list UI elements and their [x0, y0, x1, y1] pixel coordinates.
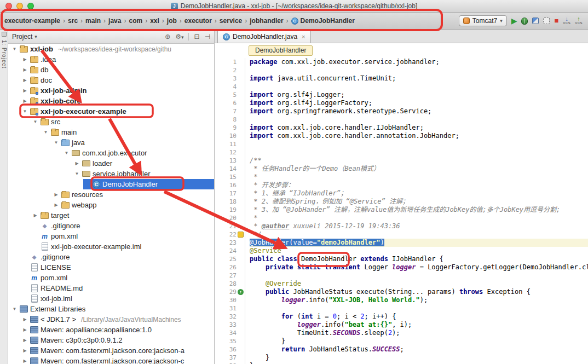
nav-crumb-demojobhandler[interactable]: CDemoJobHandler: [290, 16, 356, 25]
gutter-line-36[interactable]: 36: [215, 345, 245, 354]
expanded-arrow-icon[interactable]: ▼: [11, 47, 18, 51]
code-line-19[interactable]: * 3、加 “@JobHander” 注解，注解value值为新增任务生成的Jo…: [250, 206, 588, 214]
code-line-35[interactable]: }: [250, 337, 588, 345]
gutter-line-8[interactable]: 8: [215, 115, 245, 124]
code-line-20[interactable]: *: [250, 214, 588, 222]
code-line-28[interactable]: @Override: [250, 280, 588, 288]
gutter-line-29[interactable]: 29↑: [215, 288, 245, 296]
code-line-27[interactable]: [250, 271, 588, 280]
code-line-21[interactable]: * @author xuxueli 2015-12-19 19:43:36: [250, 222, 588, 230]
gutter-line-27[interactable]: 27: [215, 271, 245, 280]
expanded-arrow-icon[interactable]: ▼: [74, 171, 80, 176]
code-line-31[interactable]: [250, 304, 588, 313]
tree-row-java[interactable]: ▼java: [8, 137, 214, 148]
code-line-15[interactable]: *: [250, 173, 588, 181]
tree-row-xxl-job-admin[interactable]: ▶xxl-job-admin: [8, 85, 214, 96]
collapsed-arrow-icon[interactable]: ▶: [22, 338, 28, 343]
collapsed-arrow-icon[interactable]: ▶: [22, 57, 28, 62]
collapse-all-icon[interactable]: ⊟: [194, 33, 199, 41]
gutter-line-20[interactable]: 20: [215, 214, 245, 222]
gutter-line-3[interactable]: 3: [215, 74, 245, 83]
nav-crumb-com[interactable]: com: [128, 16, 143, 25]
nav-crumb-service[interactable]: service: [218, 16, 243, 25]
chevron-down-icon[interactable]: ▾: [34, 34, 37, 39]
tree-row-xxl-job[interactable]: ▼xxl-job~/workspaces/idea-git-workspace/…: [8, 44, 214, 54]
gutter-line-24[interactable]: 24: [215, 247, 245, 255]
code-line-1[interactable]: package com.xxl.job.executor.service.job…: [250, 58, 588, 66]
gutter-line-22[interactable]: 22: [215, 230, 245, 239]
code-line-11[interactable]: [250, 140, 588, 148]
code-line-23[interactable]: @JobHander(value="demoJobHandler"): [250, 239, 588, 247]
nav-crumb-xxl[interactable]: xxl: [149, 16, 160, 25]
gutter-line-6[interactable]: 6: [215, 99, 245, 107]
code-line-17[interactable]: * 1、继承 “IJobHandler”；: [250, 189, 588, 198]
nav-crumb-executor[interactable]: executor: [183, 16, 213, 25]
gutter-line-1[interactable]: 1: [215, 58, 245, 66]
code-area[interactable]: package com.xxl.job.executor.service.job…: [245, 58, 588, 364]
expanded-arrow-icon[interactable]: ▼: [43, 130, 49, 135]
coverage-button[interactable]: [532, 18, 539, 24]
gutter-line-21[interactable]: 21: [215, 222, 245, 230]
collapsed-arrow-icon[interactable]: ▶: [22, 88, 28, 93]
vcs-commit-button[interactable]: ↑ VCS: [575, 16, 583, 25]
gutter-line-34[interactable]: 34: [215, 329, 245, 337]
gutter-line-32[interactable]: 32: [215, 313, 245, 321]
gutter-line-26[interactable]: 26: [215, 263, 245, 271]
gutter-line-4[interactable]: 4: [215, 83, 245, 91]
nav-crumb-src[interactable]: src: [67, 16, 79, 25]
gutter-line-19[interactable]: 19: [215, 206, 245, 214]
tree-row-resources[interactable]: ▶resources: [8, 189, 214, 200]
tree-row-webapp[interactable]: ▶webapp: [8, 200, 214, 210]
collapsed-arrow-icon[interactable]: ▶: [22, 78, 28, 83]
tree-row--jdk1-7-[interactable]: ▶< JDK1.7 >/Library/Java/JavaVirtualMach…: [8, 314, 214, 325]
code-line-29[interactable]: public JobHandleStatus execute(String...…: [250, 288, 588, 296]
gutter-line-11[interactable]: 11: [215, 140, 245, 148]
gutter-line-25[interactable]: 25: [215, 255, 245, 263]
code-line-18[interactable]: * 2、装配到Spring，例如加 “@Service” 注解；: [250, 198, 588, 206]
tree-row-xxl-job-executor-example[interactable]: ▼xxl-job-executor-example: [8, 106, 214, 117]
tree-row-maven-com-fasterxml-jackson-core-jackson-c[interactable]: ▶Maven: com.fasterxml.jackson.core:jacks…: [8, 356, 214, 364]
gutter-line-15[interactable]: 15: [215, 173, 245, 181]
code-line-36[interactable]: return JobHandleStatus.SUCCESS;: [250, 345, 588, 354]
analyze-button[interactable]: [543, 18, 550, 24]
tree-row-com-xxl-job-executor[interactable]: ▼com.xxl.job.executor: [8, 148, 214, 158]
expanded-arrow-icon[interactable]: ▼: [22, 109, 28, 114]
code-line-12[interactable]: [250, 148, 588, 157]
tree-row-maven-com-fasterxml-jackson-core-jackson-a[interactable]: ▶Maven: com.fasterxml.jackson.core:jacks…: [8, 345, 214, 356]
settings-button[interactable]: ⚙▾: [175, 33, 183, 41]
tree-row-xxl-job-core[interactable]: ▶xxl-job-core: [8, 96, 214, 106]
gutter-line-16[interactable]: 16: [215, 181, 245, 189]
collapsed-arrow-icon[interactable]: ▶: [74, 161, 80, 166]
code-line-38[interactable]: }: [250, 362, 588, 364]
gutter-line-30[interactable]: 30: [215, 296, 245, 304]
tree-row-xxl-job-iml[interactable]: xxl-job.iml: [8, 293, 214, 304]
gutter-line-9[interactable]: 9: [215, 124, 245, 132]
code-line-13[interactable]: /**: [250, 157, 588, 165]
tree-row-src[interactable]: ▼src: [8, 117, 214, 127]
gutter-line-2[interactable]: 2: [215, 66, 245, 74]
code-line-34[interactable]: TimeUnit.SECONDS.sleep(2);: [250, 329, 588, 337]
tree-row-main[interactable]: ▼main: [8, 127, 214, 137]
tree-row-doc[interactable]: ▶doc: [8, 75, 214, 85]
code-line-9[interactable]: import com.xxl.job.core.handler.IJobHand…: [250, 124, 588, 132]
tree-row--gitignore[interactable]: ◆.gitignore: [8, 221, 214, 231]
collapsed-arrow-icon[interactable]: ▶: [22, 67, 28, 72]
expanded-arrow-icon[interactable]: ▼: [32, 119, 38, 124]
gutter-line-10[interactable]: 10: [215, 132, 245, 140]
code-line-22[interactable]: */: [250, 230, 588, 239]
gutter-line-12[interactable]: 12: [215, 148, 245, 157]
tree-row-maven-aopalliance-aopalliance-1-0[interactable]: ▶Maven: aopalliance:aopalliance:1.0: [8, 325, 214, 335]
tree-row-external-libraries[interactable]: ▼External Libraries: [8, 304, 214, 314]
expanded-arrow-icon[interactable]: ▼: [64, 151, 70, 155]
collapsed-arrow-icon[interactable]: ▶: [22, 327, 28, 332]
code-line-5[interactable]: import org.slf4j.Logger;: [250, 91, 588, 99]
gutter-line-35[interactable]: 35: [215, 337, 245, 345]
collapsed-arrow-icon[interactable]: ▶: [53, 203, 59, 207]
stop-button[interactable]: ■: [554, 17, 558, 25]
tree-row-target[interactable]: ▶target: [8, 210, 214, 221]
tree-row-loader[interactable]: ▶loader: [8, 158, 214, 169]
gutter-line-38[interactable]: 38: [215, 362, 245, 364]
code-line-3[interactable]: import java.util.concurrent.TimeUnit;: [250, 74, 588, 83]
gutter-line-17[interactable]: 17: [215, 189, 245, 198]
gutter-line-23[interactable]: 23: [215, 239, 245, 247]
